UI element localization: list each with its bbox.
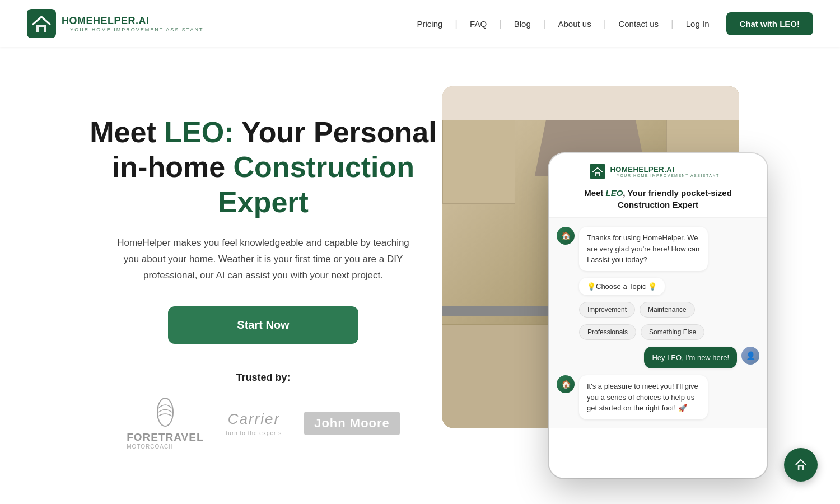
nav-about[interactable]: About us xyxy=(550,15,599,33)
chip-row-1: Improvement Maintenance xyxy=(557,302,759,318)
logo[interactable]: HOMEHELPER.AI — YOUR HOME IMPROVEMENT AS… xyxy=(27,9,212,38)
carrier-name-label: Carrier xyxy=(228,410,280,428)
foretravel-main-label: FORETRAVEL xyxy=(127,431,203,444)
hero-title: Meet LEO: Your Personal in-home Construc… xyxy=(78,115,448,220)
kitchen-ceiling xyxy=(442,86,739,120)
chip-row-2: Professionals Something Else xyxy=(557,324,759,340)
svg-rect-0 xyxy=(27,9,56,38)
hero-right: HOMEHELPER.AI — YOUR HOME IMPROVEMENT AS… xyxy=(448,86,784,478)
leo-avatar-1: 🏠 xyxy=(557,227,575,245)
chat-bubble-leo-1: Thanks for using HomeHelper. We are very… xyxy=(579,227,708,271)
phone-logo-main: HOMEHELPER.AI xyxy=(610,165,726,174)
chip-maintenance[interactable]: Maintenance xyxy=(640,302,695,318)
foretravel-name-text: FORETRAVEL MOTORCOACH xyxy=(127,431,203,450)
start-now-button[interactable]: Start Now xyxy=(168,306,358,344)
foretravel-emblem-icon xyxy=(156,397,174,428)
nav-contact[interactable]: Contact us xyxy=(610,15,666,33)
foretravel-logo: FORETRAVEL MOTORCOACH xyxy=(127,397,203,450)
hero-section: Meet LEO: Your Personal in-home Construc… xyxy=(0,47,840,504)
logo-text: HOMEHELPER.AI — YOUR HOME IMPROVEMENT AS… xyxy=(62,15,212,32)
nav-login[interactable]: Log In xyxy=(678,15,717,33)
phone-tagline-leo: LEO xyxy=(606,188,623,198)
choose-topic-label: 💡Choose a Topic 💡 xyxy=(579,278,665,295)
svg-point-3 xyxy=(157,398,173,426)
trusted-logos-row: FORETRAVEL MOTORCOACH Carrier turn to th… xyxy=(78,397,448,450)
kitchen-cabinets-left xyxy=(442,120,515,204)
choose-topic-row: 💡Choose a Topic 💡 xyxy=(557,278,759,295)
nav-faq[interactable]: FAQ xyxy=(462,15,494,33)
chip-professionals[interactable]: Professionals xyxy=(579,324,636,340)
chat-bubble-user: Hey LEO, I'm new here! xyxy=(644,347,737,369)
phone-tagline-post: , Your friendly pocket-sized Constructio… xyxy=(618,188,732,209)
chat-bubble-leo-2: It's a pleasure to meet you! I'll give y… xyxy=(579,375,708,419)
chat-row-leo-2: 🏠 It's a pleasure to meet you! I'll give… xyxy=(557,375,759,419)
carrier-tagline-label: turn to the experts xyxy=(226,430,282,436)
foretravel-sub-label: MOTORCOACH xyxy=(127,444,173,450)
svg-rect-6 xyxy=(596,174,599,176)
user-avatar: 👤 xyxy=(741,347,759,365)
user-avatar-icon: 👤 xyxy=(746,351,755,360)
nav-sep-3: | xyxy=(543,18,546,30)
navbar: HOMEHELPER.AI — YOUR HOME IMPROVEMENT AS… xyxy=(0,0,840,47)
nav-sep-2: | xyxy=(499,18,502,30)
chat-row-user: 👤 Hey LEO, I'm new here! xyxy=(557,347,759,369)
trusted-label: Trusted by: xyxy=(78,372,448,384)
carrier-logo: Carrier turn to the experts xyxy=(226,410,282,436)
nav-sep-1: | xyxy=(455,18,458,30)
johnmoore-badge: John Moore xyxy=(304,412,400,435)
leo-avatar-2: 🏠 xyxy=(557,375,575,393)
trusted-section: Trusted by: FORETRAVEL MOTORCOACH xyxy=(78,372,448,450)
chip-something-else[interactable]: Something Else xyxy=(641,324,704,340)
phone-logo-sub: — YOUR HOME IMPROVEMENT ASSISTANT — xyxy=(610,174,726,178)
title-pre: Meet xyxy=(90,116,164,148)
phone-header: HOMEHELPER.AI — YOUR HOME IMPROVEMENT AS… xyxy=(549,153,767,218)
hero-description: HomeHelper makes you feel knowledgeable … xyxy=(115,235,412,284)
nav-pricing[interactable]: Pricing xyxy=(409,15,451,33)
svg-rect-2 xyxy=(39,27,44,32)
nav-sep-4: | xyxy=(604,18,606,30)
title-const: Construction Expert xyxy=(218,151,414,218)
nav-blog[interactable]: Blog xyxy=(506,15,539,33)
nav-links: Pricing | FAQ | Blog | About us | Contac… xyxy=(409,12,814,35)
float-action-button[interactable] xyxy=(784,448,818,482)
chat-row-leo-1: 🏠 Thanks for using HomeHelper. We are ve… xyxy=(557,227,759,271)
leo-avatar-icon-1: 🏠 xyxy=(561,231,571,240)
phone-chat-area: 🏠 Thanks for using HomeHelper. We are ve… xyxy=(549,218,767,428)
johnmoore-logo: John Moore xyxy=(304,412,400,435)
logo-main-text: HOMEHELPER.AI xyxy=(62,15,212,27)
svg-rect-9 xyxy=(799,466,802,470)
logo-sub-text: — YOUR HOME IMPROVEMENT ASSISTANT — xyxy=(62,27,212,32)
nav-cta-button[interactable]: Chat with LEO! xyxy=(726,12,814,35)
phone-tagline: Meet LEO, Your friendly pocket-sized Con… xyxy=(560,187,756,211)
svg-rect-4 xyxy=(590,164,605,179)
leo-avatar-icon-2: 🏠 xyxy=(561,380,571,389)
logo-icon xyxy=(27,9,56,38)
phone-logo-icon xyxy=(590,164,605,179)
phone-tagline-pre: Meet xyxy=(584,188,605,198)
title-leo: LEO: xyxy=(164,116,234,148)
float-button-icon xyxy=(791,455,810,474)
johnmoore-name-label: John Moore xyxy=(314,416,390,430)
phone-mockup: HOMEHELPER.AI — YOUR HOME IMPROVEMENT AS… xyxy=(549,153,767,478)
phone-logo-row: HOMEHELPER.AI — YOUR HOME IMPROVEMENT AS… xyxy=(590,164,726,179)
nav-sep-5: | xyxy=(671,18,674,30)
chip-improvement[interactable]: Improvement xyxy=(579,302,635,318)
phone-logo-text-area: HOMEHELPER.AI — YOUR HOME IMPROVEMENT AS… xyxy=(610,165,726,178)
hero-left: Meet LEO: Your Personal in-home Construc… xyxy=(78,115,448,450)
